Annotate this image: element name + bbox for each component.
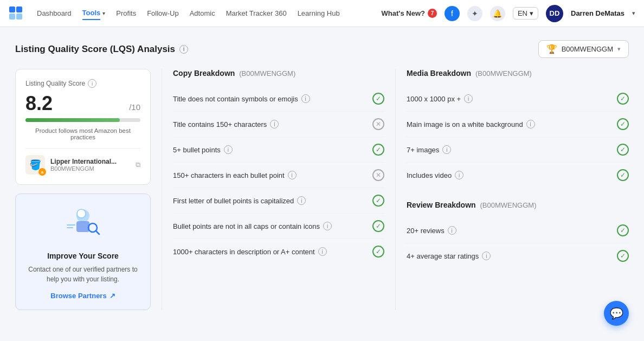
facebook-icon[interactable]: f <box>445 6 460 21</box>
nav-right: What's New? 7 f ✦ 🔔 EN ▾ DD Darren DeMat… <box>382 5 635 22</box>
check-label: 4+ average star ratingsi <box>407 252 610 260</box>
nav-tools[interactable]: Tools ▾ <box>82 7 106 20</box>
check-label: Bullet points are not in all caps or con… <box>173 222 366 230</box>
score-progress-bg <box>25 118 140 122</box>
check-label: 1000+ characters in description or A+ co… <box>173 247 366 256</box>
check-info-icon[interactable]: i <box>526 120 535 128</box>
content-grid: Listing Quality Score i 8.2 /10 Product … <box>15 69 629 310</box>
avatar[interactable]: DD <box>546 5 563 22</box>
check-row: 7+ imagesi✓ <box>407 137 629 163</box>
check-info-icon[interactable]: i <box>323 222 332 230</box>
score-info-icon[interactable]: i <box>88 79 96 88</box>
check-info-icon[interactable]: i <box>224 145 233 154</box>
asin-selector[interactable]: 🏆 B00MWENGGM ▾ <box>538 40 629 58</box>
bell-icon[interactable]: 🔔 <box>490 6 505 21</box>
check-row: Main image is on a white backgroundi✓ <box>407 112 629 137</box>
pass-icon: ✓ <box>617 169 629 181</box>
copy-breakdown-panel: Copy Breakdown (B00MWENGGM) Title does n… <box>162 69 395 310</box>
check-info-icon[interactable]: i <box>288 171 297 179</box>
chat-button[interactable]: 💬 <box>604 301 629 323</box>
score-description: Product follows most Amazon best practic… <box>25 127 140 140</box>
asin-trophy-icon: 🏆 <box>546 44 557 54</box>
nav-adtomic[interactable]: Adtomic <box>190 7 215 20</box>
page-title: Listing Quality Score (LQS) Analysis i <box>15 44 188 55</box>
nav-tools-label[interactable]: Tools <box>82 7 101 20</box>
score-card: Listing Quality Score i 8.2 /10 Product … <box>15 69 151 185</box>
pass-icon: ✓ <box>372 195 384 207</box>
check-label: 1000 x 1000 px +i <box>407 94 610 103</box>
svg-rect-3 <box>16 14 22 20</box>
media-breakdown-asin: (B00MWENGGM) <box>475 69 532 78</box>
navbar: Dashboard Tools ▾ Profits Follow-Up Adto… <box>0 0 644 27</box>
check-info-icon[interactable]: i <box>448 226 456 235</box>
check-label: First letter of bullet points is capital… <box>173 196 366 205</box>
check-label: Main image is on a white backgroundi <box>407 120 610 128</box>
check-info-icon[interactable]: i <box>455 171 463 179</box>
svg-point-5 <box>77 209 86 218</box>
nav-followup[interactable]: Follow-Up <box>147 7 179 20</box>
improve-card: Improve Your Score Contact one of our ve… <box>15 194 151 310</box>
review-breakdown-title: Review Breakdown (B00MWENGGM) <box>407 201 629 209</box>
browse-partners-link[interactable]: Browse Partners ↗ <box>25 292 140 300</box>
svg-rect-6 <box>76 221 89 232</box>
check-row: Includes videoi✓ <box>407 163 629 188</box>
pass-icon: ✓ <box>372 144 384 156</box>
copy-icon[interactable]: ⧉ <box>136 160 140 169</box>
pass-icon: ✓ <box>372 93 384 105</box>
check-row: Title contains 150+ charactersi✕ <box>173 112 384 137</box>
external-link-icon: ↗ <box>110 292 115 300</box>
svg-rect-10 <box>67 227 73 228</box>
nav-market-tracker[interactable]: Market Tracker 360 <box>226 7 287 20</box>
pass-icon: ✓ <box>617 144 629 156</box>
check-label: 150+ characters in each bullet pointi <box>173 171 366 179</box>
chevron-down-icon: ▾ <box>617 46 621 53</box>
fail-icon: ✕ <box>372 118 384 130</box>
sparkle-icon[interactable]: ✦ <box>467 6 482 21</box>
chevron-down-icon: ▾ <box>102 10 105 16</box>
language-selector[interactable]: EN ▾ <box>513 7 538 20</box>
check-label: Title does not contain symbols or emojis… <box>173 94 366 103</box>
product-thumbnail: 🪣 a <box>25 155 45 175</box>
nav-dashboard[interactable]: Dashboard <box>37 7 72 20</box>
improve-title: Improve Your Score <box>25 252 140 260</box>
check-label: 7+ imagesi <box>407 145 610 154</box>
check-row: 5+ bullet pointsi✓ <box>173 137 384 163</box>
amazon-badge: a <box>38 168 46 176</box>
product-name: Lipper International... <box>50 158 130 165</box>
check-row: 1000 x 1000 px +i✓ <box>407 86 629 112</box>
product-row: 🪣 a Lipper International... B00MWENGGM ⧉ <box>25 148 140 175</box>
pass-icon: ✓ <box>617 224 629 236</box>
check-label: 5+ bullet pointsi <box>173 145 366 154</box>
check-info-icon[interactable]: i <box>297 196 306 205</box>
user-name: Darren DeMatas <box>571 9 624 17</box>
score-max: /10 <box>129 102 140 112</box>
check-label: Includes videoi <box>407 171 610 179</box>
check-info-icon[interactable]: i <box>270 120 279 128</box>
check-row: 4+ average star ratingsi✓ <box>407 243 629 268</box>
info-icon[interactable]: i <box>179 45 188 54</box>
copy-breakdown-title: Copy Breakdown (B00MWENGGM) <box>173 69 384 78</box>
user-chevron-icon[interactable]: ▾ <box>632 10 635 17</box>
pass-icon: ✓ <box>372 220 384 232</box>
pass-icon: ✓ <box>617 250 629 262</box>
chevron-down-icon: ▾ <box>530 9 533 17</box>
media-breakdown-title: Media Breakdown (B00MWENGGM) <box>407 69 629 78</box>
check-row: 1000+ characters in description or A+ co… <box>173 239 384 264</box>
check-info-icon[interactable]: i <box>318 247 327 256</box>
svg-line-8 <box>96 231 99 234</box>
svg-rect-2 <box>9 14 15 20</box>
main-content: Listing Quality Score (LQS) Analysis i 🏆… <box>0 27 644 323</box>
nav-learning-hub[interactable]: Learning Hub <box>298 7 340 20</box>
check-info-icon[interactable]: i <box>301 94 310 103</box>
check-row: Bullet points are not in all caps or con… <box>173 214 384 239</box>
logo[interactable] <box>9 6 24 21</box>
pass-icon: ✓ <box>617 93 629 105</box>
whats-new-button[interactable]: What's New? 7 <box>382 9 437 18</box>
check-info-icon[interactable]: i <box>442 145 451 154</box>
check-info-icon[interactable]: i <box>482 252 491 260</box>
check-label: 20+ reviewsi <box>407 226 610 235</box>
page-header: Listing Quality Score (LQS) Analysis i 🏆… <box>15 40 629 58</box>
nav-profits[interactable]: Profits <box>116 7 136 20</box>
check-info-icon[interactable]: i <box>464 94 473 103</box>
fail-icon: ✕ <box>372 169 384 181</box>
